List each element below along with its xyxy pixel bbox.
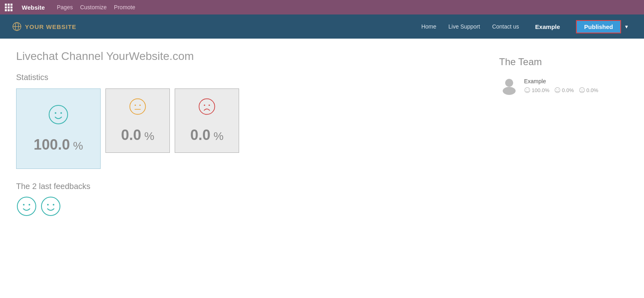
happy-stat-number: 100.0: [34, 136, 70, 153]
svg-point-11: [204, 105, 205, 106]
neutral-smiley-icon: [129, 98, 147, 115]
feedback-happy-1-icon: [16, 196, 37, 217]
team-member-info: Example 100.0%: [524, 78, 598, 93]
svg-point-10: [199, 99, 215, 115]
svg-point-17: [47, 204, 49, 206]
neutral-stat-number: 0.0: [121, 127, 141, 143]
right-section: The Team Example 100.0%: [499, 48, 628, 217]
feedbacks-label: The 2 last feedbacks: [16, 182, 475, 191]
published-dropdown-button[interactable]: ▾: [621, 20, 632, 33]
svg-point-3: [49, 105, 68, 124]
website-nav-links: Home Live Support Contact us Example Pub…: [421, 20, 632, 33]
customize-link[interactable]: Customize: [80, 4, 107, 10]
team-member-stats: 100.0% 0.0%: [524, 87, 598, 93]
team-title: The Team: [499, 56, 628, 68]
sad-stat-unit: %: [213, 130, 223, 142]
published-area: Published ▾: [576, 20, 632, 33]
page-title-text: Livechat Channel: [16, 50, 106, 62]
svg-point-8: [139, 105, 140, 106]
top-bar-brand: Website: [22, 4, 45, 11]
team-happy-value: 100.0%: [532, 87, 549, 93]
live-support-nav-link[interactable]: Live Support: [448, 23, 480, 30]
top-bar: Website Pages Customize Promote: [0, 0, 644, 14]
svg-point-13: [17, 197, 36, 216]
page-subtitle: YourWebsite.com: [106, 50, 194, 62]
avatar: [499, 76, 519, 96]
svg-point-4: [55, 112, 56, 114]
svg-point-25: [556, 89, 557, 90]
svg-point-26: [558, 89, 559, 90]
feedback-happy-2-icon: [40, 196, 61, 217]
contact-nav-link[interactable]: Contact us: [492, 23, 519, 30]
team-neutral-stat: 0.0%: [554, 87, 574, 93]
left-section: Livechat Channel YourWebsite.com Statist…: [16, 48, 475, 217]
svg-point-7: [134, 105, 136, 106]
grid-icon-container: [5, 4, 12, 11]
svg-point-19: [505, 79, 513, 87]
sad-stat-value: 0.0 %: [190, 127, 224, 144]
apps-grid-icon: [5, 4, 12, 11]
svg-point-12: [208, 105, 210, 106]
website-logo: YOUR WEBSITE: [12, 22, 421, 31]
team-sad-value: 0.0%: [586, 87, 599, 93]
pages-link[interactable]: Pages: [57, 4, 73, 10]
page-title: Livechat Channel YourWebsite.com: [16, 48, 475, 63]
statistics-label: Statistics: [16, 73, 475, 82]
sad-stat-card: 0.0 %: [175, 88, 239, 153]
example-nav-button[interactable]: Example: [531, 23, 564, 30]
svg-point-14: [23, 204, 25, 206]
happy-stat-card: 100.0 %: [16, 88, 101, 169]
svg-point-22: [526, 89, 527, 90]
team-sad-stat: 0.0%: [579, 87, 599, 93]
team-neutral-value: 0.0%: [562, 87, 574, 93]
svg-point-24: [555, 88, 560, 93]
globe-icon: [12, 22, 22, 31]
team-happy-stat: 100.0%: [524, 87, 549, 93]
stats-cards: 100.0 % 0.0 %: [16, 88, 475, 169]
svg-point-6: [130, 99, 146, 115]
svg-point-16: [41, 197, 60, 216]
main-content: Livechat Channel YourWebsite.com Statist…: [0, 39, 644, 226]
website-nav: YOUR WEBSITE Home Live Support Contact u…: [0, 14, 644, 39]
team-member: Example 100.0%: [499, 76, 628, 96]
svg-point-15: [29, 204, 30, 206]
neutral-stat-unit: %: [144, 130, 154, 142]
website-logo-text: YOUR WEBSITE: [25, 23, 76, 30]
svg-point-30: [582, 89, 583, 90]
published-button[interactable]: Published: [576, 20, 621, 33]
svg-point-20: [503, 87, 516, 95]
happy-stat-unit: %: [73, 140, 83, 152]
team-member-name: Example: [524, 78, 598, 84]
happy-stat-value: 100.0 %: [34, 136, 83, 153]
svg-point-28: [579, 88, 584, 93]
neutral-stat-card: 0.0 %: [105, 88, 170, 153]
svg-point-23: [528, 89, 529, 90]
team-neutral-icon: [554, 87, 561, 93]
svg-point-18: [53, 204, 54, 206]
team-happy-icon: [524, 87, 530, 93]
feedback-smileys: [16, 196, 475, 217]
happy-smiley-icon: [48, 104, 69, 125]
sad-stat-number: 0.0: [190, 127, 211, 143]
neutral-stat-value: 0.0 %: [121, 127, 155, 144]
svg-point-29: [581, 89, 582, 90]
promote-link[interactable]: Promote: [114, 4, 135, 10]
svg-point-5: [60, 112, 62, 114]
top-bar-menu: Pages Customize Promote: [57, 4, 135, 10]
team-sad-icon: [579, 87, 585, 93]
home-nav-link[interactable]: Home: [421, 23, 436, 30]
sad-smiley-icon: [198, 98, 216, 115]
